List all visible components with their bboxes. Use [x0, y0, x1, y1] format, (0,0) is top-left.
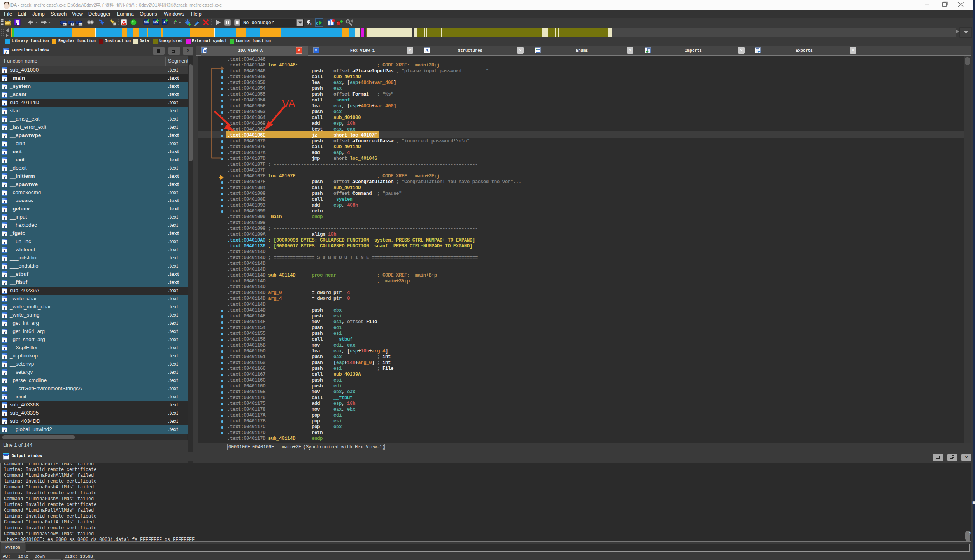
svg-text:c: c: [310, 21, 312, 26]
svg-text:c: c: [316, 20, 318, 26]
svg-text:T: T: [72, 23, 74, 26]
svg-text:No debugger: No debugger: [243, 20, 274, 26]
svg-text:101: 101: [79, 23, 82, 26]
svg-text:A: A: [123, 21, 126, 25]
svg-text:A: A: [163, 21, 166, 24]
